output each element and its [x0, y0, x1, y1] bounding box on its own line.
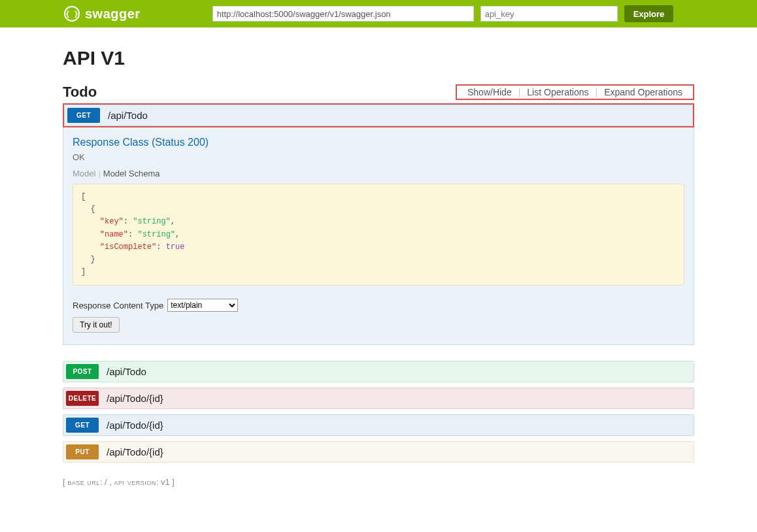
operation-put-todo-id: PUT /api/Todo/{id} [63, 441, 694, 463]
method-badge-post: POST [66, 364, 99, 379]
logo[interactable]: { } swagger [64, 6, 141, 22]
show-hide-link[interactable]: Show/Hide [461, 87, 518, 97]
tab-model[interactable]: Model [73, 169, 95, 178]
operation-get-todo-highlighted: GET /api/Todo [63, 103, 694, 127]
separator: | [95, 169, 103, 178]
method-badge-delete: DELETE [66, 391, 99, 406]
operation-post-todo: POST /api/Todo [63, 361, 694, 382]
swagger-url-input[interactable] [212, 6, 474, 22]
section-title: Todo [63, 84, 97, 101]
operation-header[interactable]: POST /api/Todo [63, 361, 694, 382]
operation-path: /api/Todo [108, 110, 148, 121]
try-it-out-button[interactable]: Try it out! [73, 317, 120, 333]
tab-model-schema[interactable]: Model Schema [103, 169, 160, 178]
operation-path: /api/Todo [107, 366, 146, 377]
base-url-footer: [ base url: / , api version: v1 ] [63, 477, 694, 487]
section-bar: Todo Show/Hide | List Operations | Expan… [63, 84, 694, 101]
api-title: API V1 [63, 47, 694, 69]
response-class-title: Response Class (Status 200) [73, 137, 684, 148]
operation-path: /api/Todo/{id} [107, 420, 163, 431]
response-content-type-label: Response Content Type [73, 301, 163, 310]
section-actions: Show/Hide | List Operations | Expand Ope… [456, 84, 694, 100]
main-content: API V1 Todo Show/Hide | List Operations … [0, 27, 757, 513]
model-schema-json[interactable]: [ { "key": "string", "name": "string", "… [73, 184, 684, 286]
operation-path: /api/Todo/{id} [107, 446, 163, 457]
swagger-logo-icon: { } [64, 6, 80, 22]
topbar-inputs: Explore [212, 5, 674, 22]
api-key-input[interactable] [480, 6, 618, 22]
method-badge-get: GET [66, 418, 99, 433]
operation-header[interactable]: DELETE /api/Todo/{id} [63, 388, 694, 409]
expand-operations-link[interactable]: Expand Operations [597, 87, 689, 97]
explore-button[interactable]: Explore [624, 5, 674, 22]
operation-get-todo-id: GET /api/Todo/{id} [63, 414, 694, 436]
operation-header[interactable]: GET /api/Todo/{id} [63, 414, 694, 436]
method-badge-put: PUT [66, 444, 99, 459]
operation-path: /api/Todo/{id} [107, 393, 163, 404]
logo-text: swagger [85, 7, 141, 22]
svg-text:{ }: { } [65, 10, 78, 18]
operation-delete-todo-id: DELETE /api/Todo/{id} [63, 388, 694, 409]
operation-header[interactable]: PUT /api/Todo/{id} [63, 441, 694, 463]
response-ok: OK [73, 152, 684, 162]
topbar: { } swagger Explore [0, 0, 757, 27]
schema-tabs: Model|Model Schema [73, 169, 684, 178]
method-badge-get: GET [67, 108, 100, 123]
operation-header[interactable]: GET /api/Todo [64, 105, 693, 126]
operation-body: Response Class (Status 200) OK Model|Mod… [63, 127, 694, 345]
operation-list: POST /api/Todo DELETE /api/Todo/{id} GET… [63, 361, 694, 463]
response-content-type-select[interactable]: text/plain [167, 299, 238, 312]
response-content-type-row: Response Content Type text/plain [73, 299, 684, 312]
list-operations-link[interactable]: List Operations [520, 87, 595, 97]
